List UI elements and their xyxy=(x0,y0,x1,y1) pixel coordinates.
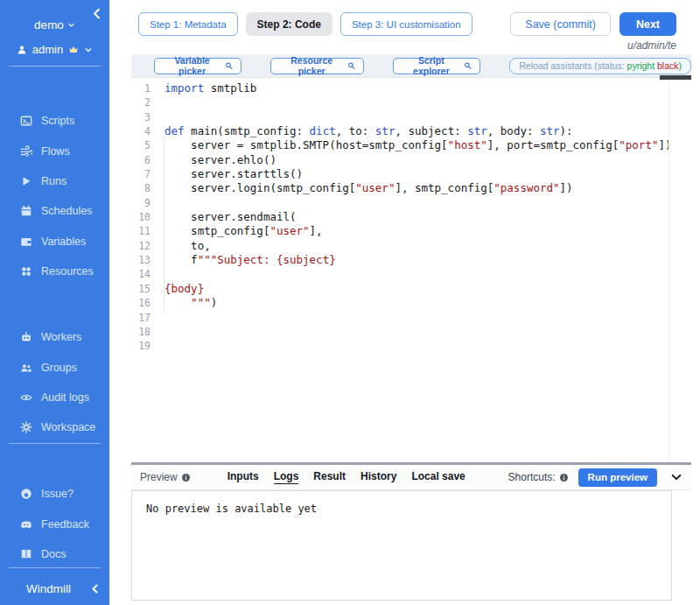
collapse-sidebar-icon[interactable] xyxy=(89,583,101,594)
sidebar-item-resources[interactable]: Resources xyxy=(0,257,109,286)
editor-scroll-track xyxy=(668,82,669,461)
sidebar-item-label: Workspace xyxy=(41,421,95,433)
indent-guide xyxy=(164,138,164,311)
chevron-down-icon[interactable] xyxy=(84,46,93,54)
step-tab-3[interactable]: Step 3: UI customisation xyxy=(340,12,472,36)
preview-panel-header: Preview InputsLogsResultHistoryLocal sav… xyxy=(131,465,691,490)
resource-picker-button[interactable]: Resource picker xyxy=(270,58,364,74)
next-button[interactable]: Next xyxy=(620,12,676,36)
topbar: Step 1: MetadataStep 2: CodeStep 3: UI c… xyxy=(131,12,691,37)
code-line: 18 xyxy=(131,325,691,339)
sidebar-item-label: Workers xyxy=(41,331,81,343)
shortcuts-label: Shortcuts: xyxy=(508,471,569,483)
sidebar-item-workspace[interactable]: Workspace xyxy=(0,412,109,442)
sidebar-footer: Windmill xyxy=(0,576,109,601)
preview-tab-inputs[interactable]: Inputs xyxy=(228,470,259,484)
shortcuts-text: Shortcuts: xyxy=(508,471,556,483)
sidebar-item-variables[interactable]: Variables xyxy=(0,227,109,257)
editor-scrollbar[interactable] xyxy=(660,75,691,80)
wallet-icon xyxy=(20,236,32,248)
picker-buttons: Variable pickerResource pickerScript exp… xyxy=(154,58,480,74)
preview-tab-logs[interactable]: Logs xyxy=(274,470,299,484)
line-number: 4 xyxy=(131,124,150,138)
sidebar-item-audit-logs[interactable]: Audit logs xyxy=(0,383,109,412)
code-editor: Variable pickerResource pickerScript exp… xyxy=(131,54,691,462)
preview-title-label: Preview xyxy=(140,471,178,483)
code-line: 15{body} xyxy=(131,282,691,296)
workspace-selector[interactable]: demo xyxy=(0,18,109,32)
sidebar-item-label: Feedback xyxy=(41,518,89,531)
user-icon xyxy=(17,45,27,55)
workspace-name: demo xyxy=(34,18,64,32)
info-icon[interactable] xyxy=(559,473,569,482)
code-line: 12 to, xyxy=(131,239,691,253)
code-line: 7 server.starttls() xyxy=(131,167,691,181)
collapse-panel-icon[interactable] xyxy=(670,471,682,483)
info-icon[interactable] xyxy=(181,473,191,482)
discord-icon xyxy=(20,518,32,531)
sidebar-divider xyxy=(9,443,101,444)
line-number: 3 xyxy=(131,110,150,124)
code-line: 4def main(smtp_config: dict, to: str, su… xyxy=(131,124,691,138)
preview-title: Preview xyxy=(140,471,191,483)
user-name: admin xyxy=(32,43,63,56)
sidebar-item-flows[interactable]: Flows xyxy=(0,136,109,165)
line-number: 11 xyxy=(131,224,150,238)
sidebar-item-runs[interactable]: Runs xyxy=(0,166,109,196)
script-explorer-button[interactable]: Script explorer xyxy=(393,58,480,74)
code-line: 13 f"""Subject: {subject} xyxy=(131,253,691,267)
sidebar-item-issue[interactable]: Issue? xyxy=(0,479,109,509)
picker-label: Script explorer xyxy=(402,55,460,76)
terminal-icon xyxy=(20,115,32,127)
search-icon xyxy=(347,61,355,70)
sidebar-nav-support: Issue?FeedbackDocs xyxy=(0,479,109,569)
code-line: 3 xyxy=(131,110,691,124)
sidebar-item-feedback[interactable]: Feedback xyxy=(0,509,109,538)
preview-tab-history[interactable]: History xyxy=(360,470,396,484)
wind-icon xyxy=(20,145,32,158)
user-menu[interactable]: admin xyxy=(0,43,109,56)
preview-actions: Shortcuts: Run preview xyxy=(508,468,682,487)
sidebar-item-label: Variables xyxy=(41,236,86,248)
line-number: 8 xyxy=(131,181,150,195)
sidebar-item-scripts[interactable]: Scripts xyxy=(0,106,109,136)
sidebar-divider xyxy=(9,66,101,67)
code-line: 8 server.login(smtp_config["user"], smtp… xyxy=(131,181,691,195)
sidebar-item-groups[interactable]: Groups xyxy=(0,352,109,382)
reload-assistants-button[interactable]: Reload assistants (status: pyright black… xyxy=(509,58,691,74)
variable-picker-button[interactable]: Variable picker xyxy=(154,58,242,74)
sidebar-item-label: Flows xyxy=(41,145,70,158)
preview-tabs: InputsLogsResultHistoryLocal save xyxy=(228,470,466,484)
sidebar-item-docs[interactable]: Docs xyxy=(0,539,109,569)
code-area[interactable]: 1import smtplib234def main(smtp_config: … xyxy=(131,79,691,462)
sidebar-divider xyxy=(9,567,101,568)
app-window: demo admin ScriptsFlowsRunsSchedulesVari… xyxy=(0,0,700,605)
line-number: 2 xyxy=(131,95,150,109)
code-line: 2 xyxy=(131,95,691,109)
step-tab-1[interactable]: Step 1: Metadata xyxy=(138,12,238,36)
sidebar-item-workers[interactable]: Workers xyxy=(0,322,109,352)
code-line: 14 xyxy=(131,267,691,281)
save-commit-button[interactable]: Save (commit) xyxy=(510,12,611,36)
picker-label: Variable picker xyxy=(163,55,221,76)
code-line: 19 xyxy=(131,339,691,353)
code-line: 17 xyxy=(131,311,691,325)
preview-empty-message: No preview is available yet xyxy=(132,491,671,515)
preview-tab-local-save[interactable]: Local save xyxy=(411,470,465,484)
sidebar-item-label: Issue? xyxy=(41,488,74,500)
book-icon xyxy=(20,548,32,560)
line-number: 6 xyxy=(131,153,150,167)
status-black: black xyxy=(654,60,678,71)
sidebar-item-label: Scripts xyxy=(41,115,74,127)
step-tab-2[interactable]: Step 2: Code xyxy=(246,12,332,36)
chevron-down-icon xyxy=(67,21,75,29)
step-tabs: Step 1: MetadataStep 2: CodeStep 3: UI c… xyxy=(138,12,472,36)
picker-label: Resource picker xyxy=(279,55,344,76)
line-number: 17 xyxy=(131,311,150,325)
sidebar-item-schedules[interactable]: Schedules xyxy=(0,196,109,226)
run-preview-button[interactable]: Run preview xyxy=(578,468,657,487)
preview-tab-result[interactable]: Result xyxy=(313,470,346,484)
sidebar-item-label: Docs xyxy=(41,548,66,560)
crown-icon xyxy=(68,45,79,55)
eye-icon xyxy=(20,391,32,404)
